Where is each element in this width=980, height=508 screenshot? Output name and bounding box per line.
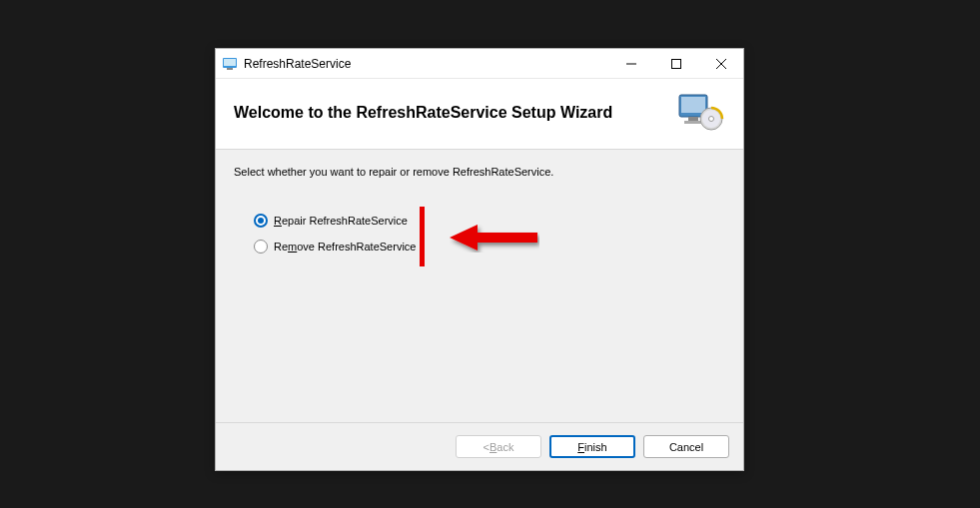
svg-rect-2 [227, 68, 233, 70]
window-controls [608, 49, 743, 78]
svg-rect-8 [681, 97, 705, 113]
window-title: RefreshRateService [244, 57, 608, 71]
repair-label: Repair RefreshRateService [274, 215, 408, 227]
remove-option[interactable]: Remove RefreshRateService [254, 240, 725, 254]
instruction-text: Select whether you want to repair or rem… [234, 166, 725, 178]
wizard-footer: < Back Finish Cancel [216, 422, 743, 470]
minimize-button[interactable] [608, 49, 653, 78]
close-button[interactable] [698, 49, 743, 78]
svg-point-13 [709, 117, 714, 122]
wizard-header: Welcome to the RefreshRateService Setup … [216, 79, 743, 150]
wizard-title: Welcome to the RefreshRateService Setup … [234, 104, 677, 122]
installer-window: RefreshRateService Welcome to the Refres… [215, 48, 744, 471]
remove-label: Remove RefreshRateService [274, 241, 416, 253]
radio-unselected-icon [254, 240, 268, 254]
svg-rect-4 [671, 59, 680, 68]
radio-selected-icon [254, 214, 268, 228]
cancel-button[interactable]: Cancel [643, 435, 729, 458]
wizard-content: Select whether you want to repair or rem… [216, 150, 743, 422]
svg-rect-9 [688, 117, 698, 121]
svg-rect-1 [224, 59, 236, 66]
titlebar: RefreshRateService [216, 49, 743, 79]
back-button: < Back [456, 435, 541, 458]
installer-icon [677, 91, 725, 135]
repair-option[interactable]: Repair RefreshRateService [254, 214, 725, 228]
svg-rect-10 [684, 121, 702, 124]
finish-button[interactable]: Finish [549, 435, 635, 458]
option-group: Repair RefreshRateService Remove Refresh… [254, 214, 725, 254]
app-icon [222, 56, 238, 72]
maximize-button[interactable] [653, 49, 698, 78]
